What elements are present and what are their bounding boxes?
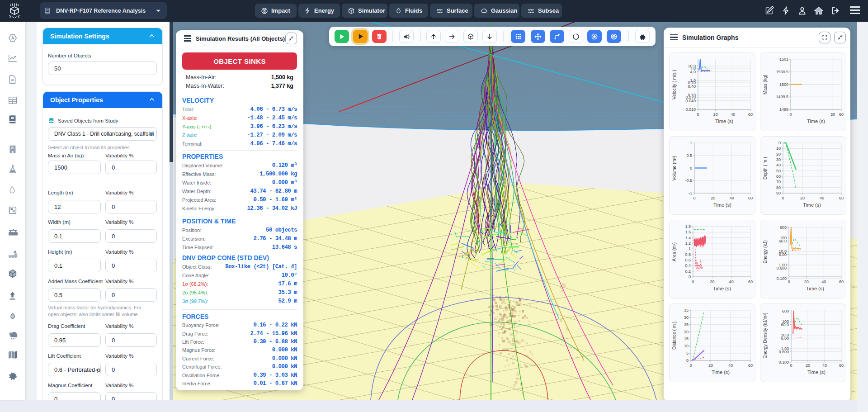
svg-text:-0.5: -0.5	[685, 178, 692, 183]
svg-text:1.8: 1.8	[685, 224, 691, 229]
svg-text:0.040: 0.040	[685, 99, 696, 103]
svg-text:Depth ( m ): Depth ( m )	[763, 157, 768, 180]
svg-text:1.4: 1.4	[685, 236, 691, 240]
svg-text:20: 20	[804, 279, 809, 284]
svg-text:40: 40	[730, 196, 734, 200]
svg-text:20: 20	[710, 279, 714, 284]
svg-text:0.100: 0.100	[776, 276, 787, 281]
svg-text:0: 0	[789, 112, 792, 117]
svg-text:0: 0	[693, 196, 695, 200]
svg-text:10: 10	[776, 146, 781, 151]
svg-text:Time (s): Time (s)	[806, 286, 824, 291]
svg-text:0: 0	[689, 363, 692, 368]
svg-text:0.40: 0.40	[688, 84, 696, 89]
svg-text:1.6: 1.6	[685, 230, 691, 234]
svg-text:0: 0	[690, 166, 692, 170]
svg-text:20: 20	[806, 363, 810, 368]
svg-text:25: 25	[684, 322, 689, 327]
svg-text:6.00: 6.00	[781, 336, 789, 341]
svg-text:0.600: 0.600	[778, 350, 789, 354]
svg-text:0.4: 0.4	[685, 263, 691, 268]
svg-text:40: 40	[821, 279, 826, 284]
svg-text:40: 40	[776, 163, 781, 167]
svg-text:Mass (kg): Mass (kg)	[763, 75, 768, 95]
svg-text:20: 20	[711, 196, 715, 200]
svg-text:60: 60	[748, 279, 753, 284]
svg-text:60: 60	[748, 363, 753, 368]
svg-text:60: 60	[748, 112, 753, 117]
svg-text:70: 70	[776, 180, 781, 184]
svg-text:1499.5: 1499.5	[776, 95, 788, 99]
svg-text:50: 50	[776, 169, 781, 173]
svg-text:0.8: 0.8	[685, 252, 691, 257]
svg-text:10: 10	[684, 344, 689, 348]
svg-text:60: 60	[748, 196, 753, 200]
svg-text:80: 80	[776, 185, 781, 190]
svg-text:60: 60	[776, 174, 781, 179]
svg-text:5: 5	[686, 351, 689, 355]
svg-text:35: 35	[684, 308, 689, 313]
svg-text:40: 40	[729, 279, 734, 284]
svg-text:50: 50	[830, 112, 835, 117]
svg-text:Time (s): Time (s)	[715, 118, 733, 124]
svg-text:0.2: 0.2	[685, 269, 691, 274]
svg-text:0: 0	[790, 363, 792, 368]
svg-text:90: 90	[776, 191, 781, 195]
svg-text:15: 15	[684, 336, 689, 341]
svg-text:60.0: 60.0	[778, 239, 787, 243]
svg-text:Time (s): Time (s)	[713, 286, 731, 291]
svg-text:60.0: 60.0	[781, 322, 789, 327]
svg-text:1500.5: 1500.5	[776, 70, 788, 74]
svg-text:0: 0	[782, 196, 784, 200]
svg-text:40: 40	[728, 363, 733, 368]
svg-text:Time (s): Time (s)	[803, 202, 821, 208]
svg-text:0.6: 0.6	[685, 258, 691, 262]
svg-text:60: 60	[839, 363, 844, 368]
svg-text:20: 20	[776, 152, 781, 156]
svg-text:-1: -1	[689, 191, 692, 195]
svg-text:0.100: 0.100	[778, 360, 789, 365]
svg-text:Energy (kJ): Energy (kJ)	[763, 240, 768, 263]
svg-text:0.5: 0.5	[686, 153, 692, 158]
svg-text:1: 1	[690, 141, 692, 145]
svg-text:6.00: 6.00	[778, 252, 787, 257]
svg-text:600: 600	[782, 309, 789, 313]
svg-text:Time (s): Time (s)	[713, 202, 731, 208]
svg-text:40: 40	[820, 196, 824, 200]
svg-text:0.010: 0.010	[685, 107, 696, 112]
svg-text:0: 0	[788, 279, 790, 284]
svg-text:Velocity ( m/s ): Velocity ( m/s )	[672, 70, 677, 99]
svg-text:0: 0	[692, 279, 694, 284]
svg-text:20: 20	[800, 196, 805, 200]
svg-text:0: 0	[686, 358, 689, 363]
svg-text:Time (s): Time (s)	[807, 118, 825, 124]
svg-text:0: 0	[778, 141, 781, 145]
svg-text:600: 600	[780, 225, 787, 230]
svg-text:Distance ( m ): Distance ( m )	[672, 322, 677, 350]
svg-text:Area (m²): Area (m²)	[672, 242, 677, 261]
svg-text:0: 0	[697, 112, 699, 117]
svg-text:Time (s): Time (s)	[807, 369, 826, 375]
svg-text:1: 1	[689, 246, 691, 251]
svg-text:40: 40	[731, 112, 735, 117]
svg-text:20: 20	[684, 330, 689, 334]
svg-text:4.0: 4.0	[690, 70, 696, 74]
svg-text:20: 20	[708, 363, 713, 368]
svg-text:1501: 1501	[779, 57, 788, 62]
svg-text:1.2: 1.2	[685, 241, 691, 246]
svg-text:60: 60	[839, 196, 844, 200]
svg-text:Volume (m³): Volume (m³)	[672, 156, 677, 180]
svg-text:0.600: 0.600	[776, 266, 787, 270]
svg-text:Energy Density (kJ/m²): Energy Density (kJ/m²)	[763, 313, 768, 359]
svg-text:20: 20	[713, 112, 718, 117]
svg-text:30: 30	[684, 315, 689, 320]
svg-text:0: 0	[689, 275, 691, 279]
svg-text:1500: 1500	[779, 82, 788, 87]
svg-text:60: 60	[839, 112, 844, 117]
svg-text:Time (s): Time (s)	[712, 369, 730, 375]
svg-text:40: 40	[822, 363, 827, 368]
svg-text:1499: 1499	[779, 107, 788, 112]
svg-text:60: 60	[839, 279, 844, 284]
svg-text:30: 30	[776, 157, 781, 162]
